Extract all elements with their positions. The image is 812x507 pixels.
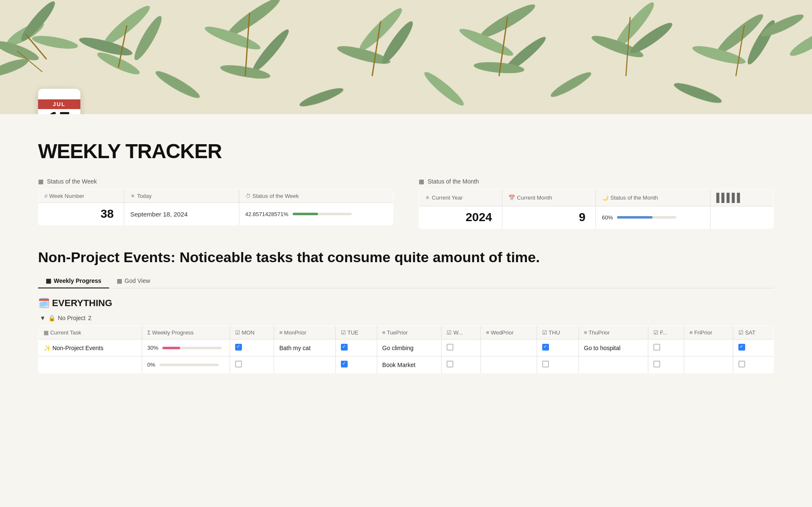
th-mon-prior: ≡ MonPrior bbox=[274, 326, 336, 340]
th-current-task: ▦ Current Task bbox=[38, 326, 142, 340]
th-tue: ☑ TUE bbox=[336, 326, 377, 340]
calendar-icon: JUL 17 bbox=[38, 89, 80, 114]
fri-cell-2[interactable] bbox=[648, 356, 684, 373]
mon-prior-cell: Bath my cat bbox=[274, 340, 336, 356]
tue-checkbox-1[interactable] bbox=[341, 344, 348, 351]
sat-cell-2[interactable] bbox=[733, 356, 774, 373]
fri-prior-cell bbox=[684, 340, 733, 356]
th-wed-prior: ≡ WedPrior bbox=[481, 326, 537, 340]
th-thu: ☑ THU bbox=[537, 326, 579, 340]
fri-checkbox-1[interactable] bbox=[653, 344, 660, 351]
thu-checkbox-1[interactable] bbox=[542, 344, 549, 351]
main-content: WEEKLY TRACKER ▦ Status of the Week #Wee… bbox=[0, 114, 812, 390]
col-status-week: ⏱Status of the Week bbox=[239, 189, 393, 203]
task-cell-2 bbox=[38, 356, 142, 373]
mon-checkbox-2[interactable] bbox=[235, 361, 242, 367]
week-number-value: 38 bbox=[38, 203, 124, 225]
calendar-day: 17 bbox=[48, 109, 70, 114]
lock-icon: 🔒 bbox=[48, 315, 55, 321]
th-wed: ☑ W... bbox=[442, 326, 481, 340]
wed-cell-2[interactable] bbox=[442, 356, 481, 373]
wed-checkbox-1[interactable] bbox=[447, 344, 453, 351]
tue-cell[interactable] bbox=[336, 340, 377, 356]
progress-bar-month-fill bbox=[617, 216, 653, 219]
extra-cell bbox=[710, 206, 774, 229]
mon-checkbox-1[interactable] bbox=[235, 344, 242, 351]
row2-progress-bg bbox=[159, 364, 219, 366]
fri-checkbox-2[interactable] bbox=[653, 361, 660, 367]
thu-cell-2[interactable] bbox=[537, 356, 579, 373]
fri-prior-cell-2 bbox=[684, 356, 733, 373]
th-sat: ☑ SAT bbox=[733, 326, 774, 340]
tue-prior-cell-2: Book Market bbox=[377, 356, 442, 373]
banner: JUL 17 bbox=[0, 0, 812, 114]
everything-label: 🗓️ EVERYTHING bbox=[38, 298, 774, 309]
status-week-table: #Week Number ☀Today ⏱Status of the Week … bbox=[38, 189, 393, 225]
row1-progress-bg bbox=[162, 347, 222, 349]
fri-cell[interactable] bbox=[648, 340, 684, 356]
sat-cell[interactable] bbox=[733, 340, 774, 356]
tabs: ▦ Weekly Progress ▦ God View bbox=[38, 274, 774, 288]
col-week-number: #Week Number bbox=[38, 189, 124, 203]
mon-cell[interactable] bbox=[230, 340, 274, 356]
status-month-table: ☀Current Year 📅Current Month 🌙Status of … bbox=[419, 189, 774, 229]
no-project-count: 2 bbox=[88, 315, 91, 321]
wed-prior-cell-2 bbox=[481, 356, 537, 373]
status-month-title: ▦ Status of the Month bbox=[419, 178, 774, 185]
current-year-value: 2024 bbox=[419, 206, 502, 229]
col-today: ☀Today bbox=[124, 189, 239, 203]
thu-cell[interactable] bbox=[537, 340, 579, 356]
no-project-label: No Project bbox=[58, 315, 85, 321]
th-thu-prior: ≡ ThuPrior bbox=[579, 326, 648, 340]
table-icon-month: ▦ bbox=[419, 178, 424, 185]
col-current-month: 📅Current Month bbox=[502, 189, 596, 206]
th-weekly-progress: Σ Weekly Progress bbox=[142, 326, 230, 340]
wed-cell[interactable] bbox=[442, 340, 481, 356]
current-month-value: 9 bbox=[502, 206, 596, 229]
tue-checkbox-2[interactable] bbox=[341, 361, 348, 367]
tab-god-icon: ▦ bbox=[117, 277, 122, 284]
wed-checkbox-2[interactable] bbox=[447, 361, 453, 367]
status-week-value: 42.8571428571% bbox=[239, 203, 393, 225]
today-value: September 18, 2024 bbox=[124, 203, 239, 225]
table-row: 0% Book Market bbox=[38, 356, 774, 373]
triangle-icon: ▼ bbox=[40, 315, 46, 321]
task-cell: ✨ Non-Project Events bbox=[38, 340, 142, 356]
thu-prior-cell-2 bbox=[579, 356, 648, 373]
status-week-title: ▦ Status of the Week bbox=[38, 178, 393, 185]
tab-weekly-progress[interactable]: ▦ Weekly Progress bbox=[38, 274, 109, 288]
sat-checkbox-2[interactable] bbox=[738, 361, 745, 367]
page-title: WEEKLY TRACKER bbox=[38, 140, 774, 163]
thu-checkbox-2[interactable] bbox=[542, 361, 549, 367]
status-month-progress: 60% bbox=[602, 214, 704, 221]
th-mon: ☑ MON bbox=[230, 326, 274, 340]
tab-weekly-icon: ▦ bbox=[46, 277, 51, 284]
svg-rect-0 bbox=[0, 0, 812, 114]
progress-bar-week-fill bbox=[293, 213, 318, 215]
mon-prior-cell-2 bbox=[274, 356, 336, 373]
sat-checkbox-1[interactable] bbox=[738, 344, 745, 351]
mon-cell-2[interactable] bbox=[230, 356, 274, 373]
section-heading: Non-Project Events: Noticeable tasks tha… bbox=[38, 249, 774, 266]
progress-cell-2: 0% bbox=[142, 356, 230, 373]
no-project-row: ▼ 🔒 No Project 2 bbox=[38, 315, 774, 321]
row2-progress: 0% bbox=[147, 362, 225, 368]
tue-cell-2[interactable] bbox=[336, 356, 377, 373]
status-section: ▦ Status of the Week #Week Number ☀Today… bbox=[38, 178, 774, 229]
row1-progress-fill bbox=[162, 347, 180, 349]
tue-prior-cell: Go climbing bbox=[377, 340, 442, 356]
progress-cell: 30% bbox=[142, 340, 230, 356]
progress-bar-month-bg bbox=[617, 216, 676, 219]
main-data-table: ▦ Current Task Σ Weekly Progress ☑ MON ≡… bbox=[38, 326, 774, 373]
tab-god-view[interactable]: ▦ God View bbox=[109, 274, 158, 288]
col-barcode: ▌▌▌▌▌ bbox=[710, 189, 774, 206]
th-fri-prior: ≡ FriPrior bbox=[684, 326, 733, 340]
status-month-block: ▦ Status of the Month ☀Current Year 📅Cur… bbox=[419, 178, 774, 229]
status-week-block: ▦ Status of the Week #Week Number ☀Today… bbox=[38, 178, 393, 229]
row1-progress: 30% bbox=[147, 345, 225, 351]
col-status-month: 🌙Status of the Month bbox=[596, 189, 710, 206]
col-current-year: ☀Current Year bbox=[419, 189, 502, 206]
progress-bar-week-bg bbox=[293, 213, 352, 215]
thu-prior-cell: Go to hospital bbox=[579, 340, 648, 356]
th-fri: ☑ F... bbox=[648, 326, 684, 340]
